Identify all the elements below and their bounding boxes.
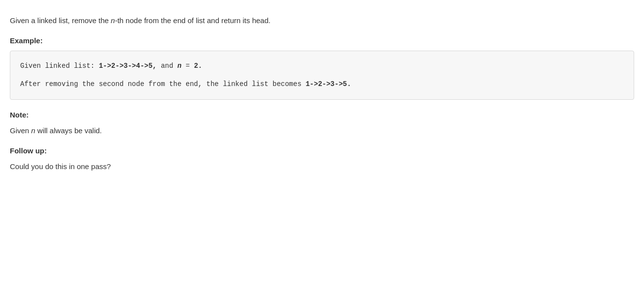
followup-text: Could you do this in one pass?	[10, 161, 634, 173]
example-code-block: Given linked list: 1->2->3->4->5, and n …	[10, 51, 634, 100]
problem-description: Given a linked list, remove the n-th nod…	[10, 15, 634, 27]
line2-prefix: After removing the second node from the …	[20, 80, 306, 88]
note-section: Note: Given n will always be valid.	[10, 111, 634, 137]
note-label: Note:	[10, 111, 634, 119]
line1-bold: 1->2->3->4->5,	[99, 62, 157, 70]
line1-bold2: 2.	[194, 62, 202, 70]
followup-section: Follow up: Could you do this in one pass…	[10, 146, 634, 173]
note-text-after: will always be valid.	[35, 126, 102, 135]
note-text: Given n will always be valid.	[10, 125, 634, 137]
note-text-before: Given	[10, 126, 31, 135]
description-text-after: -th node from the end of list and return…	[115, 16, 270, 25]
note-italic-n: n	[31, 126, 35, 135]
line1-prefix: Given linked list:	[20, 62, 99, 70]
code-line-2: After removing the second node from the …	[20, 78, 624, 90]
followup-label: Follow up:	[10, 146, 634, 155]
code-line-1: Given linked list: 1->2->3->4->5, and n …	[20, 60, 624, 72]
line1-middle: and	[157, 62, 177, 70]
line1-suffix: =	[182, 62, 194, 70]
example-label: Example:	[10, 36, 634, 45]
line1-italic-n: n	[177, 62, 181, 70]
description-text-before: Given a linked list, remove the	[10, 16, 111, 25]
line2-bold: 1->2->3->5.	[306, 80, 351, 88]
